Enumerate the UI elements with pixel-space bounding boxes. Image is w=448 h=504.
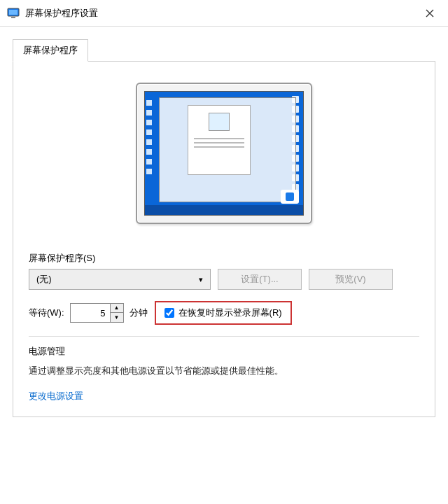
app-icon	[7, 7, 20, 20]
wait-input[interactable]	[71, 308, 110, 318]
resume-label: 在恢复时显示登录屏幕(R)	[178, 307, 282, 319]
screensaver-select[interactable]: (无) ▾	[29, 269, 211, 290]
tabstrip: 屏幕保护程序	[0, 27, 448, 62]
wait-down-button[interactable]: ▼	[111, 313, 123, 322]
titlebar: 屏幕保护程序设置	[0, 0, 448, 27]
close-button[interactable]	[414, 2, 445, 24]
preview-monitor	[29, 83, 419, 224]
screensaver-select-value: (无)	[36, 273, 52, 286]
power-title: 电源管理	[29, 345, 419, 358]
tab-content: 屏幕保护程序(S) (无) ▾ 设置(T)... 预览(V) 等待(W): ▲ …	[13, 61, 435, 417]
wait-stepper[interactable]: ▲ ▼	[70, 303, 124, 323]
divider	[29, 336, 419, 337]
svg-rect-2	[11, 17, 15, 18]
wait-up-button[interactable]: ▲	[111, 304, 123, 313]
power-description: 通过调整显示亮度和其他电源设置以节省能源或提供最佳性能。	[29, 365, 419, 377]
minutes-label: 分钟	[130, 307, 148, 319]
resume-checkbox[interactable]	[164, 308, 174, 318]
svg-rect-1	[9, 10, 18, 15]
preview-button[interactable]: 预览(V)	[309, 269, 393, 290]
chevron-down-icon: ▾	[199, 275, 203, 284]
resume-highlight: 在恢复时显示登录屏幕(R)	[155, 301, 292, 325]
window-title: 屏幕保护程序设置	[25, 7, 414, 20]
screensaver-group-label: 屏幕保护程序(S)	[29, 252, 419, 265]
tab-screensaver[interactable]: 屏幕保护程序	[13, 39, 88, 62]
wait-label: 等待(W):	[29, 307, 64, 319]
power-settings-link[interactable]: 更改电源设置	[29, 390, 419, 402]
settings-button[interactable]: 设置(T)...	[218, 269, 302, 290]
